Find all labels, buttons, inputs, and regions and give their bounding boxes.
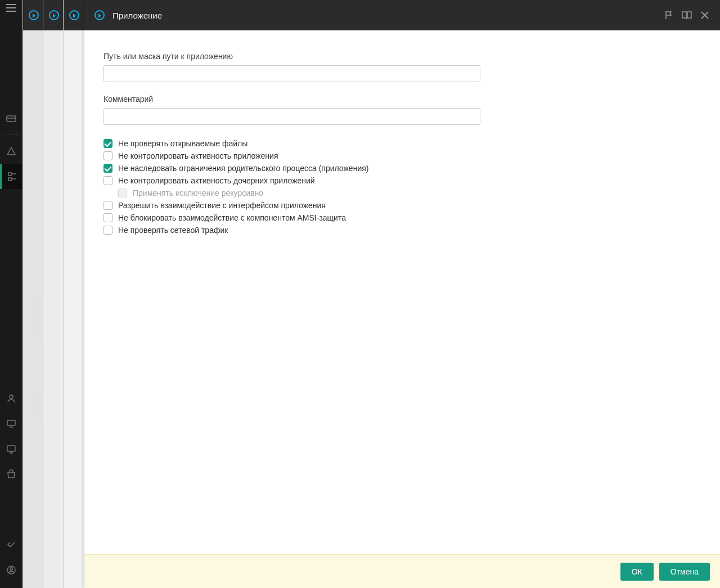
svg-rect-1 (8, 173, 11, 176)
checkbox-label: Не наследовать ограничения родительского… (118, 164, 368, 173)
nav-dashboard-icon[interactable] (0, 106, 22, 131)
checkbox-label: Не проверять сетевой трафик (118, 226, 228, 235)
panel-title: Приложение (112, 11, 162, 20)
side-rail (0, 0, 22, 588)
svg-rect-0 (7, 116, 16, 122)
panel-footer: ОК Отмена (84, 554, 720, 588)
checkbox-dont-monitor-child-activity[interactable] (104, 176, 112, 185)
comment-label: Комментарий (104, 95, 480, 104)
checkbox-dont-scan-opened-files[interactable] (104, 139, 112, 148)
nav-devices-icon[interactable] (0, 411, 22, 436)
panel-stack: Приложение Путь или маска пути к приложе… (22, 0, 720, 588)
help-icon[interactable] (682, 10, 692, 20)
svg-rect-5 (7, 446, 15, 451)
checkbox-label: Не блокировать взаимодействие с компонен… (118, 213, 346, 222)
path-label: Путь или маска пути к приложению (104, 52, 480, 61)
checkbox-label: Не контролировать активность дочерних пр… (118, 176, 315, 185)
svg-point-3 (10, 395, 13, 398)
path-input[interactable] (104, 65, 480, 82)
nav-users-icon[interactable] (0, 385, 22, 411)
close-icon[interactable] (700, 10, 710, 20)
checkbox-label: Разрешить взаимодействие с интерфейсом п… (118, 201, 326, 210)
checkbox-label: Применять исключение рекурсивно (133, 188, 263, 198)
nav-alerts-icon[interactable] (0, 138, 22, 164)
nav-store-icon[interactable] (0, 461, 22, 487)
back-icon[interactable] (94, 10, 105, 20)
nav-account-icon[interactable] (0, 557, 22, 582)
checkbox-list: Не проверять открываемые файлы Не контро… (104, 137, 497, 236)
flag-icon[interactable] (664, 10, 674, 20)
back-icon[interactable] (49, 10, 59, 20)
checkbox-label: Не контролировать активность приложения (118, 151, 278, 160)
svg-rect-4 (7, 420, 15, 425)
back-icon[interactable] (29, 10, 39, 20)
checkbox-dont-monitor-app-activity[interactable] (104, 151, 112, 160)
ok-button[interactable]: ОК (620, 563, 654, 581)
nav-policies-icon[interactable] (0, 164, 22, 189)
checkbox-dont-block-amsi-interaction[interactable] (104, 213, 112, 222)
panel-header: Приложение (84, 0, 720, 30)
rail-divider (4, 134, 18, 135)
cancel-button[interactable]: Отмена (659, 563, 710, 581)
nav-settings-icon[interactable] (0, 532, 22, 557)
checkbox-dont-scan-network-traffic[interactable] (104, 226, 112, 235)
checkbox-apply-exclusion-recursively (118, 188, 127, 198)
comment-input[interactable] (104, 108, 480, 125)
svg-point-7 (10, 567, 13, 570)
application-panel: Приложение Путь или маска пути к приложе… (84, 0, 720, 588)
panel-body: Путь или маска пути к приложению Коммент… (84, 30, 720, 554)
checkbox-label: Не проверять открываемые файлы (118, 139, 248, 148)
svg-rect-2 (8, 178, 11, 181)
checkbox-dont-inherit-parent-restrictions[interactable] (104, 164, 112, 173)
checkbox-allow-ui-interaction[interactable] (104, 201, 112, 210)
nav-monitor-icon[interactable] (0, 436, 22, 461)
back-icon[interactable] (69, 10, 79, 20)
menu-toggle[interactable] (0, 0, 22, 16)
